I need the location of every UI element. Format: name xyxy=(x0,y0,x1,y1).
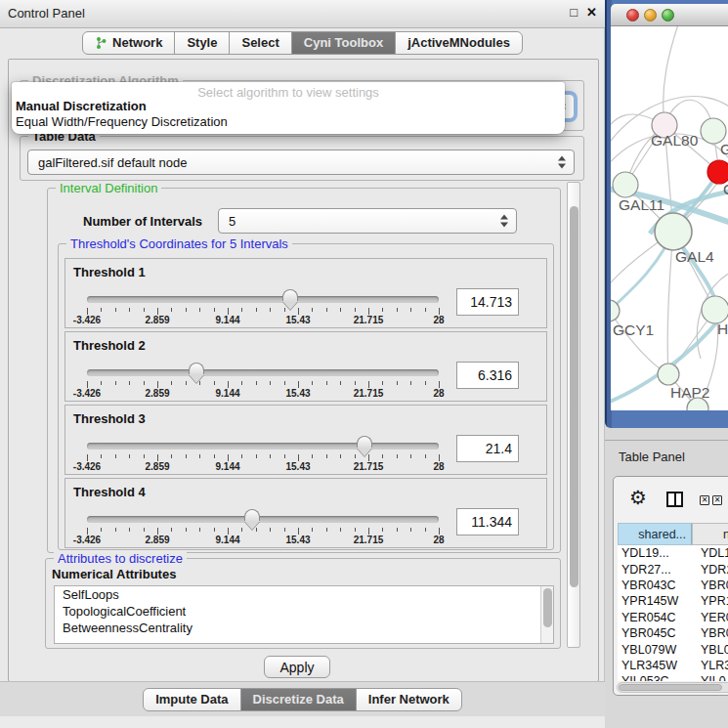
table-row[interactable]: YDL19...YDL1 xyxy=(618,545,728,561)
cell-shared-name[interactable]: YBL079W xyxy=(618,643,692,657)
cell-shared-name[interactable]: YLR345W xyxy=(618,659,692,672)
tick-mark xyxy=(298,528,299,535)
slider-thumb[interactable] xyxy=(357,436,372,448)
number-of-intervals-combo[interactable]: 5 xyxy=(218,208,517,234)
slider-track[interactable] xyxy=(87,443,439,450)
hap2-node[interactable] xyxy=(658,364,679,385)
cell-name[interactable]: YIL0 xyxy=(692,674,726,681)
partial-node-top-right-label: GA xyxy=(720,141,728,157)
cell-name[interactable]: YDL1 xyxy=(692,546,728,560)
vertical-scrollbar[interactable] xyxy=(567,182,580,648)
slider-thumb[interactable] xyxy=(189,363,204,374)
cell-name[interactable]: YBR0 xyxy=(692,578,728,592)
slider-thumb[interactable] xyxy=(244,509,260,521)
tick-mark xyxy=(241,308,242,312)
close-traffic-light-icon[interactable] xyxy=(626,9,639,21)
tab-impute-data[interactable]: Impute Data xyxy=(143,688,240,711)
dropdown-option-manual-discretization[interactable]: Manual Discretization xyxy=(12,99,565,114)
tab-style[interactable]: Style xyxy=(174,31,230,55)
cell-shared-name[interactable]: YER054C xyxy=(618,611,692,624)
column-header-name[interactable]: n xyxy=(692,523,728,545)
cell-shared-name[interactable]: YBR043C xyxy=(618,578,692,592)
tick-mark xyxy=(228,454,229,461)
gal11-node[interactable] xyxy=(613,172,638,197)
list-item-betweennesscentrality[interactable]: BetweennessCentrality xyxy=(55,620,553,636)
network-canvas[interactable]: GAL80GACGAL11GAL4GCY1HHAP2 xyxy=(611,26,728,410)
table-row[interactable]: YLR345WYLR3 xyxy=(618,658,728,673)
cell-name[interactable]: YLR3 xyxy=(692,659,728,672)
table-row[interactable]: YPR145WYPR1 xyxy=(618,593,728,609)
cell-shared-name[interactable]: YIL053C xyxy=(618,674,692,681)
tick-mark xyxy=(199,454,200,458)
table-row[interactable]: YBR043CYBR0 xyxy=(618,578,728,593)
tick-mark xyxy=(284,454,285,458)
slider-track[interactable] xyxy=(87,296,439,303)
partial-node-right[interactable] xyxy=(702,296,728,323)
table-row[interactable]: YBR045CYBR0 xyxy=(618,625,728,641)
cell-shared-name[interactable]: YPR145W xyxy=(618,594,692,608)
cell-name[interactable]: YPR1 xyxy=(692,594,728,608)
tick-mark xyxy=(115,528,116,532)
table-row[interactable]: YBL079WYBL0 xyxy=(618,641,728,657)
tick-label: 28 xyxy=(433,535,444,545)
checkbox-icon[interactable] xyxy=(712,495,722,505)
dropdown-option-equal-width-frequency-discretization[interactable]: Equal Width/Frequency Discretization xyxy=(12,114,565,130)
tab-select[interactable]: Select xyxy=(229,31,291,55)
list-item-selfloops[interactable]: SelfLoops xyxy=(55,586,553,603)
vertical-scrollbar-thumb[interactable] xyxy=(570,206,578,587)
tab-infer-network[interactable]: Infer Network xyxy=(356,688,462,711)
control-panel-titlebar: Control Panel □ ✕ xyxy=(0,0,605,28)
tab-cyni-toolbox[interactable]: Cyni Toolbox xyxy=(291,31,396,55)
network-graph[interactable]: GAL80GACGAL11GAL4GCY1HHAP2 xyxy=(611,26,728,410)
horizontal-scrollbar-thumb[interactable] xyxy=(619,684,722,691)
numerical-attributes-label: Numerical Attributes xyxy=(52,567,176,581)
tick-mark xyxy=(368,308,369,315)
cell-name[interactable]: YBR0 xyxy=(692,626,728,640)
table-row[interactable]: YIL053CYIL0 xyxy=(618,673,728,681)
table-data-combo[interactable]: galFiltered.sif default node xyxy=(27,150,575,175)
minimize-traffic-light-icon[interactable] xyxy=(644,9,657,21)
threshold-value-field[interactable]: 14.713 xyxy=(456,288,519,316)
tick-mark xyxy=(101,454,102,458)
column-header-shared-name[interactable]: shared... xyxy=(618,523,692,545)
threshold-value-field[interactable]: 6.316 xyxy=(456,362,519,389)
table-rows: YDL19...YDL1YDR27...YDR2YBR043CYBR0YPR14… xyxy=(618,545,728,681)
cell-shared-name[interactable]: YDR27... xyxy=(618,563,692,577)
horizontal-scrollbar[interactable] xyxy=(617,682,728,693)
table-panel-title: Table Panel xyxy=(619,450,685,464)
tab-jactivemnodules[interactable]: jActiveMNodules xyxy=(395,31,523,55)
threshold-value-field[interactable]: 21.4 xyxy=(456,435,519,462)
tick-label: 2.859 xyxy=(145,535,169,545)
table-row[interactable]: YDR27...YDR2 xyxy=(618,561,728,577)
tick-label: 9.144 xyxy=(215,388,239,399)
checkbox-icon[interactable] xyxy=(700,495,709,505)
tab-discretize-data[interactable]: Discretize Data xyxy=(240,688,357,711)
list-item-topologicalcoefficient[interactable]: TopologicalCoefficient xyxy=(55,603,553,620)
float-window-icon[interactable]: □ xyxy=(570,5,578,20)
network-window-titlebar[interactable] xyxy=(611,4,728,26)
cell-name[interactable]: YER0 xyxy=(692,611,728,624)
gal4-node[interactable] xyxy=(655,213,692,250)
list-scrollbar-thumb[interactable] xyxy=(543,588,552,627)
cell-shared-name[interactable]: YDL19... xyxy=(618,546,692,560)
threshold-value-field[interactable]: 11.344 xyxy=(456,508,519,535)
tab-label: Select xyxy=(241,35,278,50)
cell-name[interactable]: YDR2 xyxy=(692,563,728,577)
gear-icon[interactable]: ⚙ xyxy=(629,486,647,509)
table-row[interactable]: YER054CYER0 xyxy=(618,610,728,625)
cell-shared-name[interactable]: YBR045C xyxy=(618,626,692,640)
threshold-box-1: Threshold 1-3.4262.8599.14415.4321.71528… xyxy=(64,258,547,328)
cell-name[interactable]: YBL0 xyxy=(692,643,728,657)
slider-track[interactable] xyxy=(87,516,439,523)
split-columns-icon[interactable] xyxy=(666,492,683,507)
tab-network[interactable]: Network xyxy=(82,31,175,55)
close-panel-icon[interactable]: ✕ xyxy=(586,5,597,20)
tick-mark xyxy=(312,381,313,385)
slider-thumb[interactable] xyxy=(282,289,298,301)
apply-button[interactable]: Apply xyxy=(264,656,330,678)
slider-track[interactable] xyxy=(87,369,439,376)
list-scrollbar[interactable] xyxy=(540,586,553,643)
tick-mark xyxy=(312,308,313,312)
zoom-traffic-light-icon[interactable] xyxy=(662,9,674,21)
network-icon xyxy=(95,36,107,50)
